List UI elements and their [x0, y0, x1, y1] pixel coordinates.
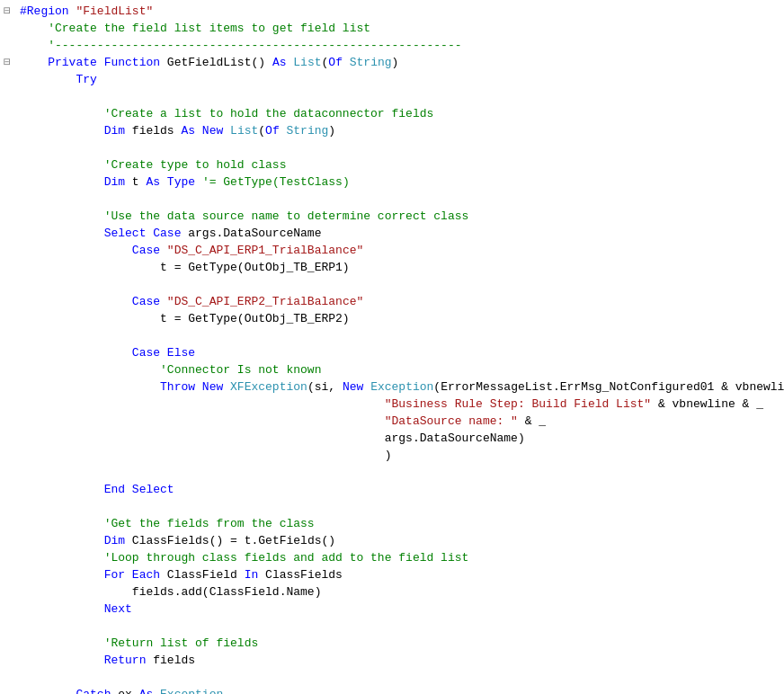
code-line: t = GetType(OutObj_TB_ERP1) — [0, 260, 784, 277]
token: Next — [104, 602, 132, 616]
code-line: "DataSource name: " & _ — [0, 414, 784, 431]
code-line: Case "DS_C_API_ERP1_TrialBalance" — [0, 243, 784, 260]
code-content: #Region "FieldList" — [20, 4, 780, 21]
gutter-icon — [4, 328, 18, 345]
token: t = GetType(OutObj_TB_ERP2) — [160, 312, 350, 325]
token: Function — [104, 56, 167, 69]
code-line: Try — [0, 72, 784, 89]
gutter-icon — [4, 396, 18, 414]
gutter-icon — [4, 226, 18, 243]
token: () = t.GetFields() — [209, 534, 335, 547]
token: As — [139, 688, 160, 694]
code-content: End Select — [20, 482, 780, 499]
token: List — [293, 56, 321, 69]
token: 'Return list of fields — [104, 636, 259, 650]
code-line: Dim fields As New List(Of String) — [0, 123, 784, 140]
token: Dim — [104, 175, 132, 189]
token: Exception — [370, 380, 433, 394]
code-line: Case "DS_C_API_ERP2_TrialBalance" — [0, 294, 784, 311]
code-content: "Business Rule Step: Build Field List" &… — [20, 396, 780, 414]
gutter-icon — [4, 482, 18, 499]
code-line: Select Case args.DataSourceName — [0, 226, 784, 243]
token: For — [104, 568, 132, 582]
token: ) — [328, 124, 335, 138]
gutter-icon — [4, 311, 18, 328]
code-editor: ⊟#Region "FieldList" 'Create the field l… — [0, 0, 784, 694]
code-content: '---------------------------------------… — [20, 38, 780, 55]
token: New — [202, 124, 230, 138]
code-line: Case Else — [0, 345, 784, 362]
token: & _ — [525, 414, 546, 428]
code-content: Select Case args.DataSourceName — [20, 226, 780, 243]
gutter-icon — [4, 140, 18, 157]
code-line: 'Connector Is not known — [0, 362, 784, 379]
gutter-icon — [4, 174, 18, 191]
token: As — [272, 56, 293, 69]
code-line — [0, 140, 784, 157]
code-line: Throw New XFException(si, New Exception(… — [0, 379, 784, 396]
token: 'Use the data source name to determine c… — [104, 209, 469, 223]
token: Throw — [160, 380, 202, 394]
gutter-icon — [4, 414, 18, 431]
gutter-icon — [4, 191, 18, 209]
code-line: Next — [0, 601, 784, 618]
token: ) — [385, 449, 392, 462]
gutter-icon — [4, 243, 18, 260]
code-line: Dim ClassFields() = t.GetFields() — [0, 533, 784, 550]
gutter-icon[interactable]: ⊟ — [4, 55, 18, 72]
gutter-icon — [4, 499, 18, 516]
token: As — [146, 175, 166, 189]
gutter-icon — [4, 345, 18, 362]
gutter-icon — [4, 533, 18, 550]
gutter-icon — [4, 618, 18, 636]
code-line: ) — [0, 448, 784, 465]
gutter-icon — [4, 653, 18, 670]
token: Dim — [104, 124, 132, 138]
code-line: Dim t As Type '= GetType(TestClass) — [0, 174, 784, 191]
token: As — [181, 124, 201, 138]
code-line: ⊟#Region "FieldList" — [0, 4, 784, 21]
token: String — [350, 56, 392, 69]
gutter-icon — [4, 601, 18, 618]
code-line: 'Create a list to hold the dataconnector… — [0, 106, 784, 123]
token: Select — [104, 227, 154, 240]
gutter-icon — [4, 448, 18, 465]
code-line — [0, 89, 784, 106]
gutter-icon — [4, 209, 18, 226]
token: & _ — [743, 397, 763, 411]
code-line — [0, 618, 784, 636]
token: (ErrorMessageList.ErrMsg_NotConfigured01 — [433, 380, 721, 394]
gutter-icon — [4, 123, 18, 140]
gutter-icon — [4, 38, 18, 55]
code-content: Try — [20, 72, 780, 89]
code-content: 'Create the field list items to get fiel… — [20, 21, 780, 38]
gutter-icon — [4, 89, 18, 106]
gutter-icon — [4, 106, 18, 123]
token: Catch — [76, 688, 118, 694]
gutter-icon — [4, 567, 18, 584]
gutter-icon[interactable]: ⊟ — [4, 4, 18, 21]
code-line — [0, 670, 784, 687]
token: Try — [76, 73, 96, 86]
token: ) — [392, 56, 399, 69]
code-line — [0, 191, 784, 209]
token: String — [287, 124, 329, 138]
token: fields.add(ClassField.Name) — [132, 585, 322, 599]
token: '= GetType(TestClass) — [202, 175, 350, 189]
gutter-icon — [4, 687, 18, 694]
code-content: 'Create a list to hold the dataconnector… — [20, 106, 780, 123]
code-content: 'Return list of fields — [20, 636, 780, 653]
token: "FieldList" — [76, 4, 153, 18]
token: t — [132, 175, 147, 189]
code-content: Catch ex As Exception — [20, 687, 780, 694]
token: Private — [48, 56, 103, 69]
code-line: End Select — [0, 482, 784, 499]
gutter-icon — [4, 584, 18, 601]
code-content: Private Function GetFieldList() As List(… — [20, 55, 780, 72]
code-content: args.DataSourceName) — [20, 431, 780, 448]
token: ex — [118, 688, 138, 694]
code-line: "Business Rule Step: Build Field List" &… — [0, 396, 784, 414]
token: 'Connector Is not known — [160, 363, 321, 377]
token: 'Get the fields from the class — [104, 517, 315, 530]
code-content: 'Create type to hold class — [20, 157, 780, 174]
